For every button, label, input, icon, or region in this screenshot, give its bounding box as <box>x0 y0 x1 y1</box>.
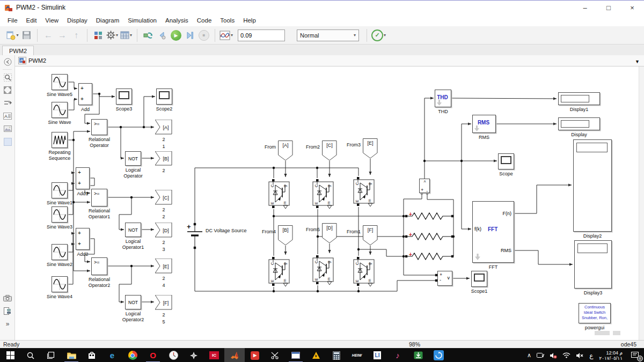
from2[interactable]: [C] <box>322 141 337 161</box>
close-button[interactable]: × <box>620 1 644 14</box>
sine-wave2[interactable] <box>52 244 68 260</box>
step-forward-button[interactable] <box>184 29 196 42</box>
simulation-mode-select[interactable]: Normal ▾ <box>297 29 359 41</box>
signal-routing-icon[interactable] <box>0 97 15 109</box>
tray-chevron-icon[interactable]: ∧ <box>524 352 534 359</box>
sine-wave1[interactable] <box>52 182 68 198</box>
logical-operator2[interactable]: NOT <box>125 295 141 309</box>
matlab-icon[interactable] <box>224 348 245 362</box>
logical-operator1[interactable]: NOT <box>125 223 141 237</box>
add2[interactable]: ++ <box>76 228 90 250</box>
powergui[interactable]: Continuous Ideal Switch Snubber, Ron, <box>579 303 611 323</box>
tray-volume-mute-icon[interactable] <box>573 352 587 359</box>
sine-wave5[interactable] <box>52 74 68 90</box>
hide-browser-icon[interactable] <box>0 55 15 68</box>
logical-operator[interactable]: NOT <box>125 151 141 166</box>
task-view-icon[interactable] <box>41 348 61 362</box>
search-icon[interactable] <box>20 348 41 362</box>
from1[interactable]: [F] <box>363 225 378 246</box>
relational-operator[interactable]: >= <box>91 119 107 135</box>
menu-help[interactable]: Help <box>239 16 260 25</box>
scope1[interactable] <box>471 271 487 287</box>
breadcrumb-model-name[interactable]: PWM2 <box>28 57 46 64</box>
minimize-button[interactable]: – <box>573 1 597 14</box>
simulation-display-button[interactable]: ▾ <box>219 29 233 42</box>
simulation-display-caret-icon[interactable]: ▾ <box>231 33 233 38</box>
display3[interactable] <box>574 240 612 289</box>
goto-a[interactable]: [A] <box>155 120 172 135</box>
threed-app-icon[interactable] <box>184 348 204 362</box>
menu-diagram[interactable]: Diagram <box>92 16 123 25</box>
igbt5[interactable]: CgEm <box>311 254 335 285</box>
menu-file[interactable]: File <box>3 16 22 25</box>
start-button[interactable] <box>0 348 20 362</box>
from-a[interactable]: [A] <box>278 141 293 161</box>
repeating-sequence[interactable] <box>52 132 68 148</box>
back-button[interactable]: ← <box>42 29 55 42</box>
app-window-icon[interactable] <box>286 348 306 362</box>
menu-view[interactable]: View <box>41 16 63 25</box>
chrome-icon[interactable] <box>122 348 143 362</box>
new-model-caret-icon[interactable]: ▾ <box>16 33 18 38</box>
idm-icon[interactable] <box>408 348 428 362</box>
heiw-app-icon[interactable]: HEIW <box>347 348 367 362</box>
goto-d[interactable]: [D] <box>155 223 172 238</box>
daemon-tools-icon[interactable] <box>306 348 326 362</box>
stop-button[interactable]: ■ <box>197 29 210 42</box>
sine-wave4[interactable] <box>52 276 68 292</box>
resistor3[interactable] <box>405 252 453 261</box>
tray-audio-error-icon[interactable] <box>547 352 560 359</box>
settings-caret-icon[interactable]: ▾ <box>116 33 118 38</box>
igbt6[interactable]: CgEm <box>352 256 376 287</box>
shareit-icon[interactable] <box>428 348 449 362</box>
tab-pwm2[interactable]: PWM2 <box>2 46 34 56</box>
vertical-scrollbar[interactable] <box>639 67 644 340</box>
diagram-area[interactable]: +++ Sine Wave5++AddScope3Scope2Sine Wave… <box>15 67 639 340</box>
display2[interactable] <box>573 139 612 232</box>
menu-display[interactable]: Display <box>63 16 92 25</box>
tray-language-indicator[interactable]: ع <box>587 352 596 359</box>
image-icon[interactable] <box>0 122 15 135</box>
rms[interactable]: RMS <box>472 115 496 133</box>
clock-app-icon[interactable] <box>163 348 184 362</box>
goto-c[interactable]: [C] <box>155 190 172 205</box>
stop-time-input[interactable] <box>238 29 285 41</box>
model-advisor-caret-icon[interactable]: ▾ <box>384 33 386 38</box>
scope2[interactable] <box>156 88 172 105</box>
tray-clock[interactable]: 12:04 م ٢٠١٧/٠٥/١١ <box>596 350 626 361</box>
resistor1[interactable] <box>405 212 453 220</box>
menu-analysis[interactable]: Analysis <box>161 16 193 25</box>
screenshot-icon[interactable] <box>0 292 15 305</box>
igbt1[interactable]: CgEm <box>267 178 291 209</box>
model-advisor-button[interactable]: ✓▾ <box>371 29 386 42</box>
add1[interactable]: ++ <box>76 167 90 189</box>
update-diagram-button[interactable] <box>142 29 155 42</box>
fft[interactable]: f(k)F(n)RMSFFT <box>472 201 514 263</box>
igbt2[interactable]: CgEm <box>311 178 335 209</box>
model-data-button[interactable]: ▾ <box>120 29 133 42</box>
relational-operator2[interactable]: >= <box>91 257 107 275</box>
viewmarks-icon[interactable] <box>0 305 15 317</box>
tray-tablet-icon[interactable] <box>534 352 547 358</box>
from4[interactable]: [B] <box>278 225 293 246</box>
library-browser-button[interactable] <box>92 29 105 42</box>
pdf-app-icon[interactable]: ▶ <box>245 348 265 362</box>
store-icon[interactable] <box>82 348 102 362</box>
forward-button[interactable]: → <box>56 29 69 42</box>
opera-icon[interactable]: O <box>143 348 163 362</box>
relational-operator1[interactable]: >= <box>91 189 107 206</box>
action-center-icon[interactable]: T <box>626 348 644 362</box>
menu-simulation[interactable]: Simulation <box>123 16 161 25</box>
calculator-icon[interactable] <box>326 348 347 362</box>
edge-icon[interactable]: e <box>102 348 122 362</box>
igbt3[interactable]: CgEm <box>352 176 376 207</box>
scope[interactable] <box>498 153 514 169</box>
menu-tools[interactable]: Tools <box>216 16 239 25</box>
sine-wave[interactable] <box>52 102 68 118</box>
snipping-tool-icon[interactable] <box>265 348 286 362</box>
voltage-measurement[interactable]: +-v <box>437 271 452 286</box>
tray-wifi-icon[interactable] <box>560 352 573 358</box>
thd[interactable]: THD <box>435 90 451 107</box>
scope3[interactable] <box>116 88 132 105</box>
annotation-icon[interactable]: A <box>0 109 15 122</box>
